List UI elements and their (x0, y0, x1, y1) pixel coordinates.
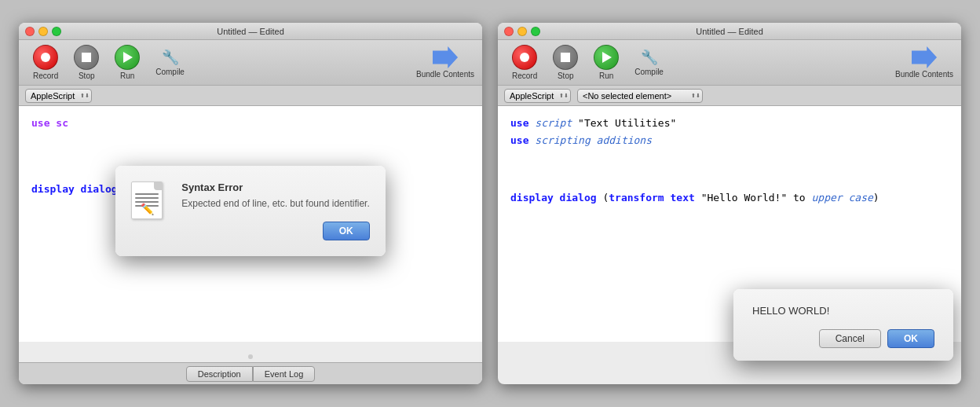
left-bottom-bar: Description Event Log (19, 362, 482, 384)
right-language-selector[interactable]: AppleScript (504, 88, 571, 103)
record-label: Record (33, 72, 58, 80)
upper-case-keyword: upper case (812, 192, 873, 204)
right-toolbar: Record Stop Run 🔧 Compile Bun (498, 40, 961, 86)
right-minimize-button[interactable] (517, 27, 527, 36)
right-language-select[interactable]: AppleScript (504, 89, 571, 103)
hello-dialog-buttons: Cancel OK (752, 329, 934, 348)
document-icon: ✏️ (131, 182, 163, 219)
scroll-indicator (248, 354, 253, 359)
right-tab-bar: AppleScript <No selected element> (498, 86, 961, 106)
bundle-icon (433, 46, 458, 68)
left-record-button[interactable]: Record (27, 42, 64, 83)
left-window-title: Untitled — Edited (217, 27, 284, 36)
record-circle (33, 45, 58, 70)
right-stop-circle (553, 45, 578, 70)
right-compile-button[interactable]: 🔧 Compile (628, 46, 670, 79)
right-code-line-2: use scripting additions (510, 133, 949, 148)
right-maximize-button[interactable] (531, 27, 540, 36)
paren-open: ( (597, 192, 609, 204)
display-keyword: display dialog (31, 183, 118, 195)
right-run-circle (594, 45, 619, 70)
right-bundle-label: Bundle Contents (895, 70, 953, 79)
left-traffic-lights (25, 27, 61, 36)
left-tab-bar: AppleScript (19, 86, 482, 106)
display-dialog-keyword: display dialog (510, 192, 597, 204)
left-language-selector[interactable]: AppleScript (25, 88, 92, 103)
right-window-content: Record Stop Run 🔧 Compile Bun (498, 40, 961, 384)
stop-icon (82, 53, 91, 62)
right-record-icon (520, 53, 529, 62)
left-stop-button[interactable]: Stop (68, 42, 105, 83)
right-window-title: Untitled — Edited (696, 27, 763, 36)
scripting-additions-keyword: scripting additions (535, 134, 652, 146)
syntax-error-dialog[interactable]: ✏️ Syntax Error Expected end of line, et… (115, 166, 386, 256)
hello-world-str: "Hello World!" to (695, 192, 812, 204)
right-run-icon (602, 52, 612, 63)
hello-world-message: HELLO WORLD! (752, 305, 934, 317)
script-keyword: script (535, 117, 572, 129)
text-utilities-string: "Text Utilities" (572, 117, 676, 129)
doc-line-1 (135, 193, 159, 195)
use-keyword: use sc (31, 117, 68, 129)
syntax-dialog-buttons: OK (181, 222, 370, 240)
stop-label: Stop (79, 72, 95, 80)
syntax-ok-button[interactable]: OK (323, 222, 370, 240)
hello-world-dialog[interactable]: HELLO WORLD! Cancel OK (733, 289, 953, 361)
use1-keyword: use (510, 117, 535, 129)
right-traffic-lights (504, 27, 540, 36)
left-language-select[interactable]: AppleScript (25, 89, 92, 103)
run-label: Run (120, 72, 134, 80)
left-title-bar: Untitled — Edited (19, 23, 482, 40)
run-icon (123, 52, 133, 63)
paren-close: ) (873, 192, 879, 204)
right-stop-icon (561, 53, 570, 62)
syntax-dialog-text: Syntax Error Expected end of line, etc. … (181, 182, 370, 240)
syntax-error-icon: ✏️ (131, 182, 169, 219)
compile-icon: 🔧 (162, 49, 179, 66)
right-element-selector[interactable]: <No selected element> (577, 88, 703, 103)
right-title-bar: Untitled — Edited (498, 23, 961, 40)
right-close-button[interactable] (504, 27, 514, 36)
hello-ok-button[interactable]: OK (887, 329, 934, 348)
hello-cancel-button[interactable]: Cancel (819, 329, 881, 348)
use2-keyword: use (510, 134, 535, 146)
syntax-error-message: Expected end of line, etc. but found ide… (181, 198, 370, 209)
right-compile-label: Compile (634, 68, 664, 76)
right-record-button[interactable]: Record (506, 42, 543, 83)
left-main-content: use sc display dialog "Hello World!" (19, 106, 482, 362)
right-main-content: use script "Text Utilities" use scriptin… (498, 106, 961, 384)
left-maximize-button[interactable] (52, 27, 61, 36)
right-record-label: Record (512, 72, 537, 80)
right-compile-icon: 🔧 (641, 49, 658, 66)
left-run-button[interactable]: Run (108, 42, 146, 83)
right-code-line-3: display dialog (transform text "Hello Wo… (510, 190, 949, 206)
syntax-dialog-content: ✏️ Syntax Error Expected end of line, et… (131, 182, 370, 240)
stop-circle (74, 45, 99, 70)
right-record-circle (512, 45, 537, 70)
left-toolbar: Record Stop Run 🔧 Compile Bun (19, 40, 482, 86)
transform-text-keyword: transform text (609, 192, 695, 204)
event-log-tab[interactable]: Event Log (253, 366, 316, 382)
right-bundle-button[interactable]: Bundle Contents (895, 46, 953, 79)
right-window: Untitled — Edited Record Stop Run (498, 23, 961, 384)
right-code-line-1: use script "Text Utilities" (510, 116, 949, 131)
description-tab[interactable]: Description (186, 366, 253, 382)
right-bundle-icon (912, 46, 937, 68)
right-code-spacer (510, 149, 949, 189)
compile-label: Compile (155, 68, 185, 76)
doc-line-2 (135, 197, 159, 199)
right-stop-button[interactable]: Stop (547, 42, 584, 83)
left-compile-button[interactable]: 🔧 Compile (149, 46, 191, 79)
right-run-label: Run (599, 72, 613, 80)
bundle-label: Bundle Contents (416, 70, 474, 79)
left-close-button[interactable] (25, 27, 35, 36)
left-window: Untitled — Edited Record Stop Run (19, 23, 482, 384)
right-stop-label: Stop (558, 72, 574, 80)
run-circle (115, 45, 140, 70)
left-minimize-button[interactable] (38, 27, 48, 36)
syntax-error-title: Syntax Error (181, 182, 370, 193)
left-window-content: Record Stop Run 🔧 Compile Bun (19, 40, 482, 384)
left-bundle-button[interactable]: Bundle Contents (416, 46, 474, 79)
right-element-select[interactable]: <No selected element> (577, 89, 703, 103)
right-run-button[interactable]: Run (587, 42, 625, 83)
